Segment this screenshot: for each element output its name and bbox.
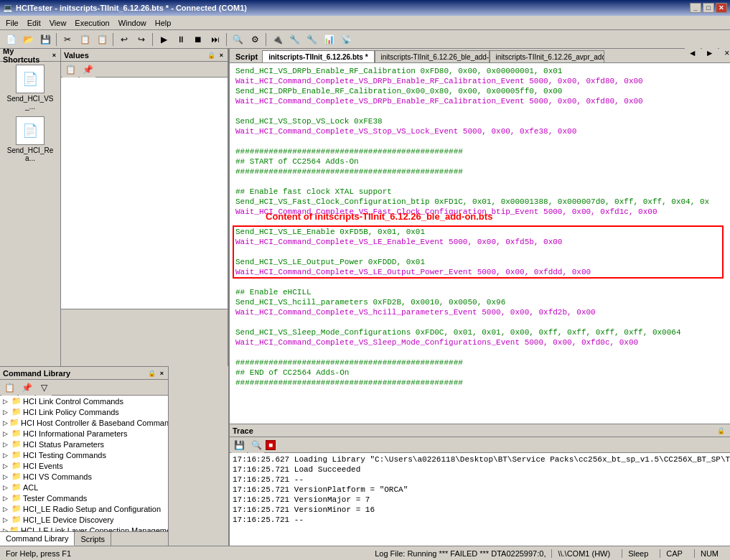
cmd-tab-0[interactable]: Command Library (0, 532, 75, 546)
tree-expand-1: ▷ (3, 409, 10, 416)
menu-window[interactable]: Window (114, 17, 151, 29)
tab-close-button[interactable]: × (719, 45, 730, 61)
status-sleep: Sleep (622, 549, 654, 558)
left-top: My Shortcuts × 📄 Send_HCI_VS_... 📄 Send_… (0, 49, 228, 366)
redo-button[interactable]: ↪ (134, 32, 149, 47)
undo-button[interactable]: ↩ (116, 32, 132, 47)
values-toolbar: 📋 📌 (61, 62, 228, 78)
code-line-5: Send_HCI_VS_Stop_VS_Lock 0xFE38 (235, 116, 730, 126)
cmd-expand-button[interactable]: 📌 (19, 380, 34, 396)
menu-execution[interactable]: Execution (70, 17, 113, 29)
tree-item-11[interactable]: ▷ 📁 HCI_LE Device Discovery (0, 514, 168, 525)
menu-edit[interactable]: Edit (23, 17, 45, 29)
minimize-button[interactable]: _ (690, 3, 701, 13)
tree-item-9[interactable]: ▷ 📁 Tester Commands (0, 493, 168, 503)
trace-clear-button[interactable]: 🔍 (248, 437, 264, 453)
tools-button3[interactable]: 📊 (321, 32, 337, 47)
tree-label-8: ACL (23, 483, 38, 492)
code-line-2: Send_HCI_DRPb_Enable_RF_Calibration_0x00… (235, 86, 730, 96)
search-button[interactable]: 🔍 (230, 32, 245, 47)
tree-label-6: HCI Events (23, 462, 63, 470)
code-line-16: Send_HCI_VS_LE_Enable 0xFD5B, 0x01, 0x01 (235, 227, 730, 237)
tree-item-10[interactable]: ▷ 📁 HCI_LE Radio Setup and Configuration (0, 503, 168, 514)
values-title: Values (64, 51, 89, 60)
new-button[interactable]: 📄 (3, 32, 19, 47)
code-line-11 (235, 177, 730, 187)
maximize-button[interactable]: □ (703, 3, 714, 13)
title-controls: _ □ ✕ (690, 3, 727, 13)
code-line-4 (235, 106, 730, 116)
tree-item-5[interactable]: ▷ 📁 HCI Testing Commands (0, 449, 168, 460)
script-tab-2[interactable]: initscripts-TIInit_6.12.26_avpr_add-on.b… (490, 50, 604, 62)
menu-file[interactable]: File (1, 17, 23, 29)
menu-help[interactable]: Help (151, 17, 176, 29)
trace-line-1: 17:16:25.721 Load Succeeded (233, 465, 730, 475)
tree-item-2[interactable]: ▷ 📁 HCI Host Controller & Baseband Comma… (0, 417, 168, 428)
run-button[interactable]: ▶ (156, 32, 172, 47)
pause-button[interactable]: ⏸ (173, 32, 189, 47)
trace-panel: Trace 🔒 × 💾 🔍 ■ 17:16:25.627 Loading Lib… (230, 424, 730, 546)
values-dock-icon[interactable]: 🔒 (206, 52, 217, 59)
folder-icon-10: 📁 (11, 504, 22, 513)
open-button[interactable]: 📂 (20, 32, 36, 47)
cut-button[interactable]: ✂ (60, 32, 75, 47)
values-add-button[interactable]: 📌 (80, 62, 95, 78)
code-line-13: Send_HCI_VS_Fast_Clock_Configuration_bti… (235, 197, 730, 207)
settings-button[interactable]: ⚙ (247, 32, 263, 47)
menu-view[interactable]: View (45, 17, 71, 29)
tab-next-button[interactable]: ► (702, 45, 718, 61)
tree-item-4[interactable]: ▷ 📁 HCI Status Parameters (0, 439, 168, 449)
stop-button[interactable]: ⏹ (190, 32, 206, 47)
toolbar-sep1 (56, 33, 57, 46)
folder-icon-11: 📁 (11, 515, 22, 524)
tree-item-0[interactable]: ▷ 📁 HCI Link Control Commands (0, 396, 168, 406)
save-button[interactable]: 💾 (37, 32, 53, 47)
cmd-content: ▷ 📁 HCI Link Control Commands ▷ 📁 HCI Li… (0, 396, 168, 531)
shortcuts-content: 📄 Send_HCI_VS_... 📄 Send_HCI_Rea... (0, 62, 60, 366)
cmd-tab-1[interactable]: Scripts (75, 532, 111, 546)
shortcut-item[interactable]: 📄 Send_HCI_VS_... (5, 65, 55, 111)
toolbar-sep3 (152, 33, 153, 46)
trace-toolbar: 💾 🔍 ■ (230, 437, 730, 453)
tree-item-6[interactable]: ▷ 📁 HCI Events (0, 460, 168, 471)
code-line-27: Wait_HCI_Command_Complete_VS_Sleep_Mode_… (235, 337, 730, 347)
trace-save-button[interactable]: 💾 (231, 437, 247, 453)
tools-button1[interactable]: 🔧 (286, 32, 302, 47)
folder-icon-7: 📁 (11, 472, 22, 481)
code-line-9: ## START of CC2564 Adds-On (235, 157, 730, 167)
tab-prev-button[interactable]: ◄ (685, 45, 701, 61)
folder-icon-5: 📁 (11, 450, 22, 459)
tree-label-11: HCI_LE Device Discovery (23, 515, 114, 524)
tree-expand-6: ▷ (3, 462, 10, 470)
values-refresh-button[interactable]: 📋 (62, 62, 78, 78)
tree-item-3[interactable]: ▷ 📁 HCI Informational Parameters (0, 428, 168, 439)
close-button[interactable]: ✕ (716, 3, 727, 13)
shortcut-item-1[interactable]: 📄 Send_HCI_Rea... (5, 116, 55, 162)
script-content-area[interactable]: Send_HCI_VS_DRPb_Enable_RF_Calibration 0… (230, 63, 730, 424)
tree-item-7[interactable]: ▷ 📁 HCI VS Commands (0, 471, 168, 482)
trace-title: Trace (233, 426, 253, 435)
paste-button[interactable]: 📋 (94, 32, 110, 47)
trace-dock-icon[interactable]: 🔒 (716, 427, 726, 434)
tools-button2[interactable]: 🔧 (304, 32, 319, 47)
tree-item-1[interactable]: ▷ 📁 HCI Link Policy Commands (0, 406, 168, 417)
tree-item-8[interactable]: ▷ 📁 ACL (0, 482, 168, 493)
trace-filter-button[interactable]: ■ (266, 440, 276, 450)
cmd-filter-button[interactable]: ▽ (36, 380, 52, 396)
tree-item-12[interactable]: ▷ 📁 HCI_LE Link Layer Connection Managem… (0, 525, 168, 531)
cmd-toolbar: 📋 📌 ▽ (0, 380, 168, 396)
cmd-dock-icon[interactable]: 🔒 (146, 370, 157, 377)
step-button[interactable]: ⏭ (207, 32, 223, 47)
shortcuts-close-icon[interactable]: × (51, 52, 57, 59)
cmd-collapse-button[interactable]: 📋 (1, 380, 17, 396)
values-close-icon[interactable]: × (218, 52, 225, 59)
code-line-22: ## Enable eHCILL (235, 287, 730, 297)
script-tab-0[interactable]: initscripts-TIInit_6.12.26.bts * (262, 50, 374, 62)
connect-button[interactable]: 🔌 (269, 32, 285, 47)
copy-button[interactable]: 📋 (77, 32, 93, 47)
script-tab-1[interactable]: initscripts-TIInit_6.12.26_ble_add-on.bt… (375, 50, 490, 62)
folder-icon-6: 📁 (11, 461, 22, 470)
tools-button4[interactable]: 📡 (338, 32, 354, 47)
cmd-close-icon[interactable]: × (159, 370, 165, 377)
code-line-20: Wait_HCI_Command_Complete_VS_LE_Output_P… (235, 267, 730, 277)
